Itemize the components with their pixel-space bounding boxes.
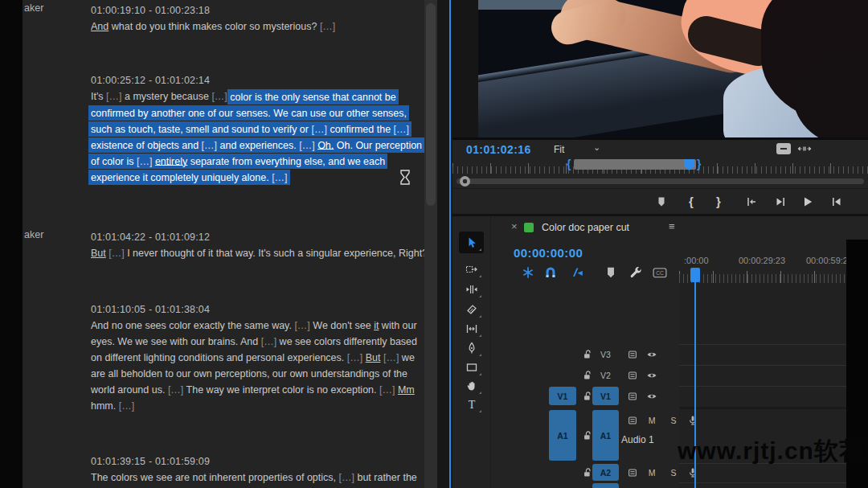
highlighted-text[interactable]: such as touch, taste, smell and sound to… <box>91 121 409 137</box>
segment-timecode[interactable]: 01:00:19:10 - 01:00:23:18 <box>91 2 436 18</box>
snap-button[interactable] <box>543 265 558 280</box>
transcript-word[interactable]: and experiences. <box>217 139 299 150</box>
highlighted-text[interactable]: of color is […] entirely separate from e… <box>91 154 385 169</box>
transcript-word[interactable]: with our <box>379 320 416 331</box>
track-target-a2[interactable]: A2 <box>592 464 619 481</box>
segment-timecode[interactable]: 01:00:25:12 - 01:01:02:14 <box>91 72 436 88</box>
sequence-tab[interactable]: Color doc paper cut <box>542 222 629 233</box>
transcript-line[interactable]: And what do you think makes color so mys… <box>91 18 436 35</box>
transcript-word[interactable]: […] <box>272 171 287 182</box>
close-icon[interactable]: × <box>511 220 518 232</box>
razor-tool[interactable] <box>459 298 484 320</box>
transcript-word[interactable]: […] <box>339 472 354 483</box>
transcript-word[interactable]: I never thought of it that way. It's suc… <box>125 248 428 259</box>
add-marker-button[interactable] <box>604 265 618 280</box>
transcript-word[interactable]: eyes. We we see with our brains. And <box>91 336 261 347</box>
sync-lock-icon[interactable] <box>626 369 639 382</box>
sync-lock-icon[interactable] <box>626 414 639 427</box>
transcript-line[interactable]: existence of objects and […] and experie… <box>91 137 436 153</box>
transcript-line[interactable]: hmm. […] <box>91 398 436 414</box>
transcript-word[interactable]: The colors we see are not inherent prope… <box>91 472 339 483</box>
transcript-word[interactable]: It's <box>91 91 106 102</box>
transcript-word[interactable]: on different lighting conditions and per… <box>91 352 347 363</box>
segment-timecode[interactable]: 01:01:39:15 - 01:01:59:09 <box>91 453 436 470</box>
transcript-line[interactable]: such as touch, taste, smell and sound to… <box>91 121 436 137</box>
transcript-word[interactable]: color is the only sense that cannot be <box>230 91 395 102</box>
transcript-word[interactable]: […] <box>347 352 362 363</box>
transcript-line[interactable]: on different lighting conditions and per… <box>91 350 436 366</box>
transcript-line[interactable]: of color is […] entirely separate from e… <box>91 153 436 169</box>
sync-lock-icon[interactable] <box>626 390 639 403</box>
transcript-word[interactable]: […] <box>299 139 314 150</box>
transcript-word[interactable]: […] <box>137 155 152 166</box>
settings-icon[interactable] <box>797 142 812 155</box>
transcript-word[interactable]: […] <box>202 139 217 150</box>
zoom-fit-dropdown[interactable]: Fit <box>554 144 564 155</box>
transcript-word[interactable]: experience it completely uniquely alone. <box>91 171 272 182</box>
panel-focus-divider[interactable] <box>449 0 451 488</box>
step-back-button[interactable] <box>773 195 788 209</box>
track-target-v3[interactable]: V3 <box>592 345 619 363</box>
step-forward-button[interactable] <box>829 195 844 209</box>
transcript-word[interactable]: And <box>91 21 108 32</box>
transcript-word[interactable]: Oh. <box>317 139 334 150</box>
transcript-line[interactable]: world around us. […] The way we interpre… <box>91 382 436 398</box>
transcript-word[interactable]: […] <box>394 123 409 134</box>
speaker-label[interactable]: aker <box>24 229 80 240</box>
transcript-word[interactable]: hmm. <box>91 400 119 412</box>
transcript-line[interactable]: eyes. We we see with our brains. And […]… <box>91 334 436 350</box>
transcript-word[interactable]: […] <box>294 320 309 331</box>
transcript-word[interactable]: we see colors differently based <box>276 336 417 347</box>
nest-button[interactable] <box>521 265 535 280</box>
mic-icon[interactable] <box>686 414 699 427</box>
ripple-edit-tool[interactable] <box>459 278 484 300</box>
transcript-word[interactable]: entirely <box>155 155 187 166</box>
transcript-word[interactable]: […] <box>108 248 124 259</box>
transcript-word[interactable]: […] <box>168 384 183 396</box>
transcript-word[interactable]: […] <box>383 352 399 363</box>
eye-icon[interactable] <box>645 369 658 382</box>
transcript-word[interactable]: are all beholden to our own perceptions,… <box>91 368 407 379</box>
track-target-v1[interactable]: V1 <box>592 387 619 405</box>
source-patch-a1[interactable]: A1 <box>549 410 576 461</box>
selection-tool[interactable] <box>459 232 484 253</box>
solo-button[interactable]: S <box>667 414 680 427</box>
segment-timecode[interactable]: 01:01:04:22 - 01:01:09:12 <box>91 229 436 245</box>
transcript-word[interactable]: we <box>399 352 414 363</box>
transcript-word[interactable]: a mystery because <box>122 91 212 102</box>
transcript-word[interactable]: […] <box>261 336 276 347</box>
mark-out-handle[interactable]: } <box>697 158 701 170</box>
transcript-word[interactable]: […] <box>119 400 134 412</box>
mic-icon[interactable] <box>686 466 699 479</box>
eye-icon[interactable] <box>645 348 658 361</box>
transcript-word[interactable]: […] <box>106 91 121 102</box>
monitor-scrollbar-knob[interactable] <box>460 176 470 187</box>
transcript-word[interactable]: We don't see <box>310 320 374 331</box>
transcript-line[interactable]: It's […] a mystery because […] color is … <box>91 88 436 105</box>
settings-wrench-button[interactable] <box>628 265 643 280</box>
transcript-word[interactable]: But <box>366 352 381 363</box>
transcript-line[interactable]: And no one sees color exactly the same w… <box>91 318 436 334</box>
transcript-word[interactable]: […] <box>379 384 395 396</box>
linked-selection-button[interactable] <box>570 265 584 280</box>
monitor-scrollbar[interactable] <box>457 178 864 184</box>
mute-button[interactable]: M <box>645 414 658 427</box>
highlighted-text[interactable]: color is the only sense that cannot be <box>230 89 395 105</box>
track-target-a3[interactable]: A3 <box>592 483 619 488</box>
transcript-word[interactable]: of color is <box>91 155 137 166</box>
program-timecode[interactable]: 01:01:02:16 <box>466 143 531 156</box>
track-select-forward-tool[interactable] <box>459 258 484 280</box>
panel-menu-icon[interactable]: ≡ <box>669 220 676 232</box>
transcript-word[interactable]: such as touch, taste, smell and sound to… <box>91 123 311 134</box>
eye-icon[interactable] <box>645 390 658 403</box>
transcript-line[interactable]: But […] I never thought of it that way. … <box>91 245 436 261</box>
add-marker-button[interactable] <box>654 195 669 209</box>
track-name-label[interactable]: Audio 1 <box>621 434 654 445</box>
transcript-word[interactable]: And no one sees color exactly the same w… <box>91 320 294 331</box>
speaker-label[interactable]: aker <box>24 2 80 14</box>
transcript-word[interactable]: Oh. Our perception <box>334 139 422 150</box>
transcript-word[interactable]: But <box>91 248 106 259</box>
in-out-range-bar[interactable] <box>574 159 696 170</box>
mark-in-button[interactable]: { <box>684 195 698 209</box>
transcript-word[interactable]: existence of objects and <box>91 139 202 150</box>
